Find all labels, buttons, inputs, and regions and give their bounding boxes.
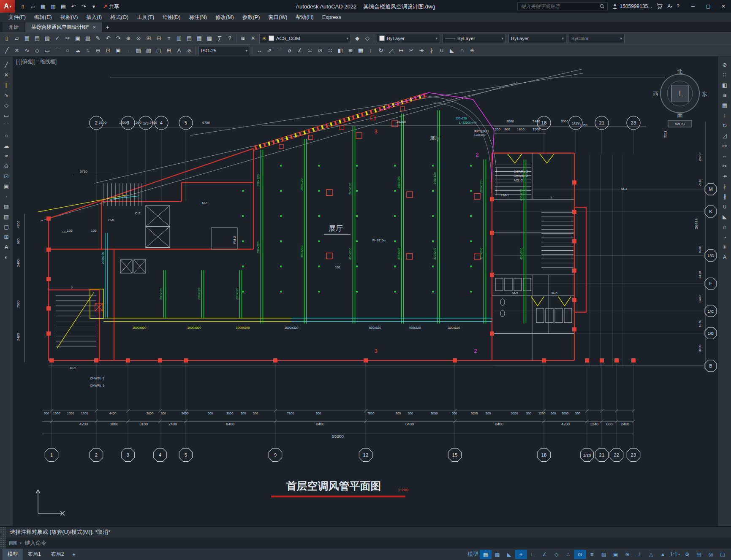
- undo-icon[interactable]: ↶: [103, 33, 113, 43]
- help-button[interactable]: ?: [677, 3, 679, 9]
- command-window-grip[interactable]: [0, 527, 5, 549]
- tool-palettes-icon[interactable]: ▤: [184, 33, 194, 43]
- markup-icon[interactable]: ▩: [204, 33, 215, 43]
- new-icon[interactable]: ▯: [2, 33, 12, 43]
- workspace-switching-toggle[interactable]: ⚙: [681, 550, 693, 559]
- measure-icon[interactable]: ⌀: [184, 46, 194, 56]
- tab-drawing[interactable]: 某综合楼通风空调设计图*×: [25, 22, 102, 32]
- dim-angular-icon[interactable]: ∠: [295, 46, 305, 56]
- trim-icon[interactable]: ✂: [406, 46, 416, 56]
- menu-文件(F)[interactable]: 文件(F): [4, 13, 30, 22]
- multiline-text-icon[interactable]: A: [1, 242, 11, 252]
- annotation-visibility-toggle[interactable]: △: [645, 550, 657, 559]
- menu-参数(P)[interactable]: 参数(P): [238, 13, 264, 22]
- circle-icon[interactable]: ○: [1, 131, 11, 141]
- polyline-icon[interactable]: ∿: [22, 46, 32, 56]
- polar-tracking-toggle[interactable]: ∠: [539, 550, 551, 559]
- properties-icon[interactable]: ≡: [164, 33, 174, 43]
- save-as-icon[interactable]: ▥: [48, 1, 58, 11]
- tab-start[interactable]: 开始: [3, 22, 24, 32]
- trim-icon[interactable]: ✂: [720, 161, 730, 171]
- hatch-icon[interactable]: ▨: [1, 202, 11, 211]
- application-menu-button[interactable]: A▾: [0, 0, 15, 13]
- qat-customize-icon[interactable]: ▾: [89, 1, 99, 11]
- menu-窗口(W)[interactable]: 窗口(W): [264, 13, 291, 22]
- open-icon[interactable]: ▱: [12, 33, 22, 43]
- fillet-icon[interactable]: ∩: [457, 46, 467, 56]
- scale-icon[interactable]: ◿: [720, 131, 730, 141]
- save-icon[interactable]: ▦: [22, 33, 32, 43]
- rotate-icon[interactable]: ↻: [720, 121, 730, 130]
- array-icon[interactable]: ▦: [356, 46, 366, 56]
- layer-states-icon[interactable]: ☀: [248, 33, 258, 43]
- isometric-drafting-toggle[interactable]: ◇: [551, 550, 563, 559]
- break-icon[interactable]: ∤: [427, 46, 437, 56]
- join-icon[interactable]: ∪: [720, 202, 730, 211]
- mirror-icon[interactable]: ◧: [720, 80, 730, 90]
- line-icon[interactable]: ╱: [1, 60, 11, 70]
- viewport-controls[interactable]: [-][俯视][二维线框]: [16, 58, 57, 65]
- match-properties-icon[interactable]: ✎: [93, 33, 103, 43]
- dynamic-ucs-toggle[interactable]: ⊥: [633, 550, 645, 559]
- dim-aligned-icon[interactable]: ⇗: [264, 46, 274, 56]
- cad-drawing[interactable]: 231/345181/1921231234591215181/20212223M…: [13, 57, 718, 526]
- chamfer-icon[interactable]: ◣: [720, 212, 730, 222]
- clean-screen-toggle[interactable]: ▢: [717, 550, 728, 559]
- break-at-point-icon[interactable]: ∤: [720, 181, 730, 191]
- layer-dropdown[interactable]: ☀ ACS_COM ▾: [259, 34, 351, 43]
- maximize-button[interactable]: ▢: [701, 0, 716, 13]
- menu-帮助(H)[interactable]: 帮助(H): [291, 13, 318, 22]
- menu-绘图(D)[interactable]: 绘图(D): [158, 13, 185, 22]
- help-icon[interactable]: ?: [225, 33, 235, 43]
- move-icon[interactable]: ↕: [366, 46, 376, 56]
- spell-check-icon[interactable]: ✓: [52, 33, 63, 43]
- circle-icon[interactable]: ○: [63, 46, 73, 56]
- create-block-icon[interactable]: ▣: [113, 46, 123, 56]
- dim-radius-icon[interactable]: ⌀: [285, 46, 295, 56]
- menu-Express[interactable]: Express: [318, 13, 345, 22]
- layout-tab-模型[interactable]: 模型: [3, 549, 23, 560]
- array-icon[interactable]: ▦: [720, 100, 730, 110]
- layout-tab-布局1[interactable]: 布局1: [23, 549, 46, 560]
- rectangle-icon[interactable]: ▭: [1, 111, 11, 120]
- transparency-toggle[interactable]: ▨: [598, 550, 610, 559]
- snap-mode-toggle[interactable]: ▩: [492, 550, 503, 559]
- help-search-box[interactable]: [517, 2, 608, 11]
- copy-clip-icon[interactable]: ▣: [73, 33, 83, 43]
- quick-dim-icon[interactable]: ≍: [305, 46, 315, 56]
- line-icon[interactable]: ╱: [2, 46, 12, 56]
- menu-插入(I)[interactable]: 插入(I): [82, 13, 106, 22]
- isolate-objects-toggle[interactable]: ◎: [705, 550, 717, 559]
- layer-properties-icon[interactable]: ≋: [238, 33, 248, 43]
- share-view-icon[interactable]: ◐: [1, 252, 11, 262]
- plotstyle-dropdown[interactable]: ByColor ▾: [569, 34, 625, 43]
- explode-icon[interactable]: ✳: [467, 46, 477, 56]
- layer-previous-icon[interactable]: ◇: [362, 33, 372, 43]
- point-icon[interactable]: ∙: [123, 46, 133, 56]
- selection-cycling-toggle[interactable]: ▣: [610, 550, 622, 559]
- rotate-icon[interactable]: ↻: [376, 46, 386, 56]
- annotation-scale-toggle[interactable]: 1:1▾: [669, 550, 681, 559]
- lineweight-display-toggle[interactable]: ≡: [586, 550, 598, 559]
- grid-display-toggle[interactable]: ▦: [480, 550, 492, 559]
- ortho-mode-toggle[interactable]: ∟: [527, 550, 539, 559]
- menu-标注(N)[interactable]: 标注(N): [185, 13, 211, 22]
- undo-icon[interactable]: ↶: [68, 1, 79, 11]
- autodesk-apps-button[interactable]: A▾: [667, 3, 672, 9]
- explode-icon[interactable]: ✳: [720, 242, 730, 252]
- lengthen-icon[interactable]: ↔: [720, 151, 730, 161]
- zoom-previous-icon[interactable]: ⊟: [154, 33, 164, 43]
- stretch-icon[interactable]: ↦: [396, 46, 406, 56]
- revision-cloud-icon[interactable]: ☁: [1, 141, 11, 151]
- dim-linear-icon[interactable]: ↔: [254, 46, 264, 56]
- quick-properties-toggle[interactable]: ▤: [693, 550, 705, 559]
- drawing-canvas[interactable]: [-][俯视][二维线框]: [13, 57, 718, 526]
- zoom-window-icon[interactable]: ⊞: [144, 33, 154, 43]
- insert-block-icon[interactable]: ⊡: [1, 171, 11, 181]
- make-layer-current-icon[interactable]: ◆: [352, 33, 362, 43]
- menu-工具(T)[interactable]: 工具(T): [133, 13, 158, 22]
- rectangle-icon[interactable]: ▭: [42, 46, 52, 56]
- sheet-set-manager-icon[interactable]: ▦: [194, 33, 204, 43]
- new-tab-button[interactable]: +: [103, 22, 113, 32]
- lineweight-dropdown[interactable]: ByLayer ▾: [508, 34, 566, 43]
